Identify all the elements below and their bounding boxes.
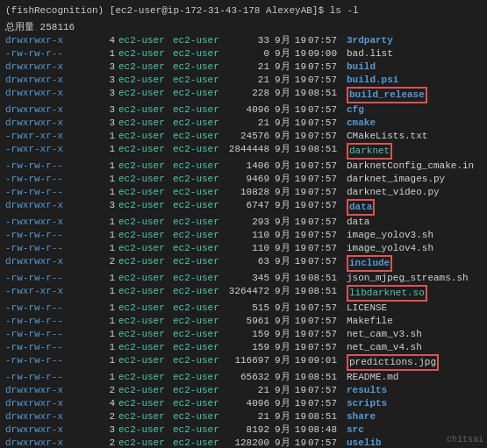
file-list-item[interactable]: drwxrwxr-x 3 ec2-user ec2-user 6747 9月 1… (0, 199, 487, 216)
file-name[interactable]: bad.list (347, 47, 393, 60)
file-size: 116697 (227, 354, 269, 371)
file-name[interactable]: share (347, 410, 376, 423)
file-list-item[interactable]: drwxrwxr-x 4 ec2-user ec2-user 4096 9月 1… (0, 397, 487, 410)
file-list-item[interactable]: -rw-rw-r-- 1 ec2-user ec2-user 65632 9月 … (0, 371, 487, 384)
file-name[interactable]: net_cam_v4.sh (347, 341, 422, 354)
file-name[interactable]: build.psi (347, 74, 398, 87)
file-list-item[interactable]: -rw-rw-r-- 1 ec2-user ec2-user 5961 9月 1… (0, 315, 487, 328)
file-list-item[interactable]: -rwxrwxr-x 1 ec2-user ec2-user 293 9月 19… (0, 216, 487, 229)
file-name[interactable]: src (347, 423, 364, 437)
file-name[interactable]: darknet_video.py (347, 186, 440, 199)
file-group: ec2-user (173, 315, 227, 328)
file-links: 3 (97, 103, 115, 117)
file-name[interactable]: cmake (347, 117, 376, 130)
file-month: 9月 (275, 423, 290, 437)
file-list-item[interactable]: drwxrwxr-x 2 ec2-user ec2-user 128200 9月… (0, 437, 487, 448)
file-size: 65632 (227, 371, 269, 384)
file-name[interactable]: build (347, 60, 376, 74)
file-permissions: -rw-rw-r-- (5, 371, 97, 384)
file-name[interactable]: scripts (347, 397, 387, 410)
file-name[interactable]: net_cam_v3.sh (347, 328, 422, 341)
file-day: 19 (290, 272, 306, 285)
file-name[interactable]: build_release (347, 87, 427, 103)
file-permissions: drwxrwxr-x (5, 74, 97, 87)
file-day: 19 (290, 302, 306, 315)
file-name[interactable]: json_mjpeg_streams.sh (347, 272, 469, 285)
file-links: 1 (97, 285, 115, 302)
file-size: 110 (227, 229, 269, 242)
file-name[interactable]: results (347, 384, 387, 397)
file-day: 19 (290, 423, 306, 437)
file-day: 19 (290, 60, 306, 74)
file-list-item[interactable]: -rw-rw-r-- 1 ec2-user ec2-user 159 9月 19… (0, 341, 487, 354)
file-size: 9469 (227, 173, 269, 186)
file-name[interactable]: uselib (347, 437, 382, 448)
file-name[interactable]: 3rdparty (347, 34, 393, 47)
file-list-item[interactable]: drwxrwxr-x 3 ec2-user ec2-user 228 9月 19… (0, 87, 487, 103)
file-day: 19 (290, 199, 306, 216)
file-name[interactable]: libdarknet.so (347, 285, 427, 302)
file-name[interactable]: cfg (347, 103, 364, 117)
file-list-item[interactable]: drwxrwxr-x 2 ec2-user ec2-user 21 9月 19 … (0, 410, 487, 423)
file-name[interactable]: LICENSE (347, 302, 387, 315)
file-name[interactable]: CMakeLists.txt (347, 130, 427, 143)
file-list-item[interactable]: drwxrwxr-x 3 ec2-user ec2-user 21 9月 19 … (0, 60, 487, 74)
file-owner: ec2-user (118, 117, 173, 130)
file-list-item[interactable]: drwxrwxr-x 2 ec2-user ec2-user 63 9月 19 … (0, 255, 487, 272)
file-time: 07:57 (308, 173, 343, 186)
file-list-item[interactable]: drwxrwxr-x 3 ec2-user ec2-user 4096 9月 1… (0, 103, 487, 117)
file-permissions: -rw-rw-r-- (5, 272, 97, 285)
file-group: ec2-user (173, 328, 227, 341)
file-list-item[interactable]: -rw-rw-r-- 1 ec2-user ec2-user 110 9月 19… (0, 229, 487, 242)
file-name[interactable]: darknet (347, 143, 392, 160)
file-list-item[interactable]: -rw-rw-r-- 1 ec2-user ec2-user 116697 9月… (0, 354, 487, 371)
file-name[interactable]: include (347, 255, 392, 272)
file-list-item[interactable]: -rwxr-xr-x 1 ec2-user ec2-user 2844448 9… (0, 143, 487, 160)
file-name[interactable]: image_yolov3.sh (347, 229, 433, 242)
file-name[interactable]: predictions.jpg (347, 354, 439, 371)
file-name[interactable]: Makefile (347, 315, 393, 328)
file-list-item[interactable]: -rw-rw-r-- 1 ec2-user ec2-user 9469 9月 1… (0, 173, 487, 186)
file-name[interactable]: data (347, 216, 369, 229)
watermark: chitsai (447, 435, 483, 444)
file-list-item[interactable]: -rwxr-xr-x 1 ec2-user ec2-user 3264472 9… (0, 285, 487, 302)
file-permissions: drwxrwxr-x (5, 384, 97, 397)
file-owner: ec2-user (118, 60, 173, 74)
file-owner: ec2-user (118, 87, 173, 103)
file-group: ec2-user (173, 397, 227, 410)
file-name[interactable]: image_yolov4.sh (347, 242, 433, 255)
file-list-item[interactable]: drwxrwxr-x 3 ec2-user ec2-user 8192 9月 1… (0, 423, 487, 437)
file-list-item[interactable]: -rw-rw-r-- 1 ec2-user ec2-user 159 9月 19… (0, 328, 487, 341)
file-list-item[interactable]: -rw-rw-r-- 1 ec2-user ec2-user 1406 9月 1… (0, 160, 487, 173)
file-list-item[interactable]: -rw-rw-r-- 1 ec2-user ec2-user 515 9月 19… (0, 302, 487, 315)
file-group: ec2-user (173, 47, 227, 60)
file-day: 19 (290, 160, 306, 173)
file-list-item[interactable]: drwxrwxr-x 4 ec2-user ec2-user 33 9月 19 … (0, 34, 487, 47)
file-list-item[interactable]: drwxrwxr-x 3 ec2-user ec2-user 21 9月 19 … (0, 74, 487, 87)
file-month: 9月 (275, 242, 290, 255)
file-list-item[interactable]: -rwxr-xr-x 1 ec2-user ec2-user 24576 9月 … (0, 130, 487, 143)
terminal-title-bar: (fishRecognition) [ec2-user@ip-172-31-43… (0, 4, 487, 19)
file-time: 08:51 (308, 87, 343, 103)
file-list-item[interactable]: -rw-rw-r-- 1 ec2-user ec2-user 10828 9月 … (0, 186, 487, 199)
file-owner: ec2-user (118, 216, 173, 229)
file-list-item[interactable]: -rw-rw-r-- 1 ec2-user ec2-user 110 9月 19… (0, 242, 487, 255)
file-list-item[interactable]: drwxrwxr-x 3 ec2-user ec2-user 21 9月 19 … (0, 117, 487, 130)
file-name[interactable]: DarknetConfig_cmake.in (347, 160, 474, 173)
file-time: 07:57 (308, 130, 343, 143)
file-list-item[interactable]: -rw-rw-r-- 1 ec2-user ec2-user 0 9月 19 0… (0, 47, 487, 60)
file-group: ec2-user (173, 384, 227, 397)
file-group: ec2-user (173, 130, 227, 143)
file-list-item[interactable]: -rw-rw-r-- 1 ec2-user ec2-user 345 9月 19… (0, 272, 487, 285)
file-time: 09:01 (308, 354, 343, 371)
file-month: 9月 (275, 60, 290, 74)
file-day: 19 (290, 315, 306, 328)
file-name[interactable]: data (347, 199, 375, 216)
file-owner: ec2-user (118, 143, 173, 160)
file-list-item[interactable]: drwxrwxr-x 2 ec2-user ec2-user 21 9月 19 … (0, 384, 487, 397)
file-owner: ec2-user (118, 315, 173, 328)
file-month: 9月 (275, 315, 290, 328)
file-group: ec2-user (173, 423, 227, 437)
file-name[interactable]: darknet_images.py (347, 173, 445, 186)
file-name[interactable]: README.md (347, 371, 398, 384)
